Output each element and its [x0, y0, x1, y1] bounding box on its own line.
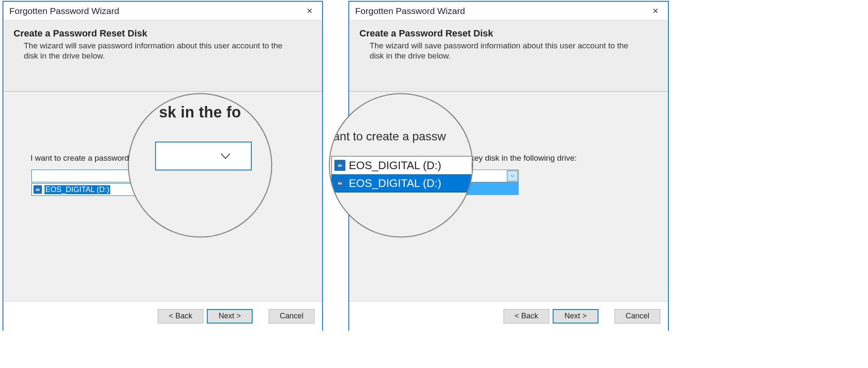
- svg-rect-1: [36, 190, 40, 191]
- wizard-footer: < Back Next > Cancel: [349, 301, 668, 331]
- header-desc: The wizard will save password informatio…: [14, 41, 285, 61]
- disk-icon: [334, 160, 345, 171]
- drive-option[interactable]: EOS_DIGITAL (D:): [332, 174, 472, 192]
- magnifier-content: sk in the fo: [129, 94, 271, 237]
- chevron-down-icon: [507, 170, 518, 181]
- magnifier-lens: ant to create a passw EOS_DIGITAL (D:) E…: [329, 93, 473, 237]
- cancel-button[interactable]: Cancel: [615, 309, 660, 323]
- wizard-header: Create a Password Reset Disk The wizard …: [3, 20, 322, 92]
- drive-option-label: EOS_DIGITAL (D:): [45, 185, 110, 194]
- magnifier-content: ant to create a passw EOS_DIGITAL (D:) E…: [330, 94, 472, 237]
- header-title: Create a Password Reset Disk: [359, 28, 658, 39]
- window-title: Forgotten Password Wizard: [355, 6, 465, 16]
- back-button[interactable]: < Back: [158, 309, 203, 323]
- back-button[interactable]: < Back: [504, 309, 549, 323]
- magnified-dropdown[interactable]: EOS_DIGITAL (D:) EOS_DIGITAL (D:): [331, 156, 472, 192]
- drive-option[interactable]: EOS_DIGITAL (D:): [332, 156, 472, 174]
- close-button[interactable]: ✕: [298, 3, 320, 19]
- drive-option-label: EOS_DIGITAL (D:): [349, 159, 441, 172]
- cancel-button[interactable]: Cancel: [269, 309, 314, 323]
- disk-icon: [334, 178, 345, 189]
- magnifier-lens: sk in the fo: [128, 93, 272, 237]
- titlebar: Forgotten Password Wizard ✕: [349, 2, 668, 20]
- chevron-down-icon: [220, 150, 231, 162]
- next-button[interactable]: Next >: [207, 309, 253, 323]
- disk-icon: [33, 185, 42, 194]
- wizard-header: Create a Password Reset Disk The wizard …: [349, 20, 668, 92]
- close-icon: ✕: [652, 6, 659, 16]
- window-title: Forgotten Password Wizard: [9, 6, 119, 16]
- wizard-footer: < Back Next > Cancel: [3, 301, 322, 331]
- close-icon: ✕: [306, 6, 313, 16]
- header-title: Create a Password Reset Disk: [14, 28, 312, 39]
- magnified-combobox[interactable]: [155, 142, 252, 170]
- titlebar: Forgotten Password Wizard ✕: [3, 2, 322, 20]
- magnified-prompt-fragment: ant to create a passw: [333, 130, 446, 143]
- drive-option-label: EOS_DIGITAL (D:): [349, 177, 441, 190]
- svg-rect-5: [338, 183, 342, 184]
- next-button[interactable]: Next >: [553, 309, 598, 323]
- close-button[interactable]: ✕: [644, 3, 666, 19]
- header-desc: The wizard will save password informatio…: [359, 41, 631, 61]
- svg-rect-3: [338, 165, 342, 167]
